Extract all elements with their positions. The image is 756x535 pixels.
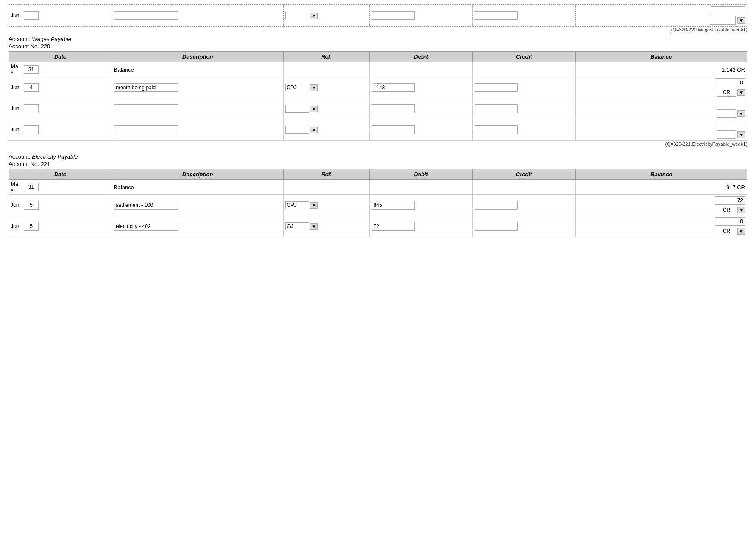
wages-balance-cr-1[interactable] xyxy=(717,88,736,97)
wages-payable-section: Account: Wages Payable Account No. 220 D… xyxy=(9,36,747,147)
wages-credit-input-1[interactable] xyxy=(475,83,518,92)
wages-row-1: Jun ▼ xyxy=(9,77,747,98)
wages-credit-input-3[interactable] xyxy=(475,125,518,134)
elec-balance-num-1[interactable] xyxy=(715,196,745,205)
elec-date-2: Jun xyxy=(9,216,112,237)
elec-col-ref: Ref. xyxy=(284,169,369,180)
elec-month-0: May xyxy=(11,181,23,193)
wages-balance-1: ▼ xyxy=(575,77,747,98)
top-partial-table: Jun ▼ xyxy=(9,4,747,27)
elec-balance-cr-2[interactable] xyxy=(717,227,736,235)
wages-day-1[interactable] xyxy=(24,83,39,92)
top-balance-input[interactable] xyxy=(711,6,745,15)
wages-ledger-table: Date Description Ref. Debit Credit Balan… xyxy=(9,51,747,141)
wages-balance-cr-3[interactable] xyxy=(717,130,736,139)
wages-desc-input-2[interactable] xyxy=(114,104,178,113)
top-balance-dropdown[interactable]: ▼ xyxy=(737,17,745,24)
elec-account-label: Account: Electricity Payable xyxy=(9,153,747,160)
wages-ref-dropdown-1[interactable]: ▼ xyxy=(310,84,318,91)
wages-debit-0 xyxy=(369,62,472,77)
wages-ref-dropdown-3[interactable]: ▼ xyxy=(310,127,318,133)
wages-day-3[interactable] xyxy=(24,125,39,134)
wages-debit-1 xyxy=(369,77,472,98)
elec-ref-input-1[interactable] xyxy=(285,201,309,209)
elec-balance-cr-1[interactable] xyxy=(717,206,736,214)
elec-ref-input-2[interactable] xyxy=(285,222,309,230)
wages-balance-num-1[interactable] xyxy=(715,78,745,87)
elec-day-2[interactable] xyxy=(24,222,39,231)
wages-ref-2: ▼ xyxy=(284,98,369,119)
wages-col-balance: Balance xyxy=(575,52,747,62)
elec-debit-input-1[interactable] xyxy=(372,201,415,210)
wages-row-0: May Balance 1,143 CR xyxy=(9,62,747,77)
elec-balance-num-2[interactable] xyxy=(715,217,745,226)
wages-balance-dropdown-2[interactable]: ▼ xyxy=(737,110,745,117)
elec-ref-dropdown-1[interactable]: ▼ xyxy=(310,202,318,209)
wages-date-1: Jun xyxy=(9,77,112,98)
elec-credit-0 xyxy=(472,180,575,195)
elec-account-no: Account No. 221 xyxy=(9,161,747,167)
top-ref-cell: ▼ xyxy=(284,5,369,27)
wages-ref-input-1[interactable] xyxy=(285,84,309,91)
wages-balance-cr-2[interactable] xyxy=(717,109,736,118)
wages-account-no: Account No. 220 xyxy=(9,43,747,50)
wages-ref-dropdown-2[interactable]: ▼ xyxy=(310,106,318,112)
wages-day-2[interactable] xyxy=(24,104,39,113)
wages-balance-2: ▼ xyxy=(575,98,747,119)
elec-credit-2 xyxy=(472,216,575,237)
elec-debit-0 xyxy=(369,180,472,195)
top-desc-cell xyxy=(112,5,284,27)
elec-ref-1: ▼ xyxy=(284,195,369,216)
wages-debit-input-3[interactable] xyxy=(372,125,415,134)
elec-ref-2: ▼ xyxy=(284,216,369,237)
wages-balance-num-2[interactable] xyxy=(715,100,745,108)
elec-credit-input-2[interactable] xyxy=(475,222,518,231)
wages-desc-3 xyxy=(112,119,284,141)
elec-balance-dropdown-1[interactable]: ▼ xyxy=(737,207,745,213)
top-debit-input[interactable] xyxy=(372,11,415,20)
wages-col-debit: Debit xyxy=(369,52,472,62)
elec-date-0: May xyxy=(9,180,112,195)
wages-balance-num-3[interactable] xyxy=(715,121,745,129)
wages-ref-3: ▼ xyxy=(284,119,369,141)
wages-desc-2 xyxy=(112,98,284,119)
elec-balance-dropdown-2[interactable]: ▼ xyxy=(737,228,745,235)
wages-balance-dropdown-1[interactable]: ▼ xyxy=(737,89,745,96)
elec-desc-input-2[interactable] xyxy=(114,222,178,231)
wages-ref-0 xyxy=(284,62,369,77)
elec-month-2: Jun xyxy=(11,223,23,229)
top-credit-input[interactable] xyxy=(475,11,518,20)
elec-col-credit: Credit xyxy=(472,169,575,180)
wages-debit-input-2[interactable] xyxy=(372,104,415,113)
elec-day-0[interactable] xyxy=(24,183,39,191)
wages-col-date: Date xyxy=(9,52,112,62)
wages-month-0: May xyxy=(11,63,23,75)
wages-month-1: Jun xyxy=(11,84,23,91)
top-day-input[interactable] xyxy=(24,11,39,20)
top-desc-input[interactable] xyxy=(114,11,178,20)
top-ref-input[interactable] xyxy=(285,12,309,19)
elec-credit-input-1[interactable] xyxy=(475,201,518,210)
wages-desc-input-1[interactable] xyxy=(114,83,178,92)
wages-day-0[interactable] xyxy=(24,65,39,74)
wages-debit-2 xyxy=(369,98,472,119)
wages-desc-1 xyxy=(112,77,284,98)
wages-debit-input-1[interactable] xyxy=(372,83,415,92)
wages-balance-3: ▼ xyxy=(575,119,747,141)
elec-desc-0: Balance xyxy=(112,180,284,195)
top-date-cell: Jun xyxy=(9,5,112,27)
wages-balance-dropdown-3[interactable]: ▼ xyxy=(737,131,745,138)
top-ref-dropdown[interactable]: ▼ xyxy=(310,13,318,19)
wages-desc-input-3[interactable] xyxy=(114,125,178,134)
elec-day-1[interactable] xyxy=(24,201,39,210)
elec-debit-input-2[interactable] xyxy=(372,222,415,231)
elec-desc-input-1[interactable] xyxy=(114,201,178,210)
wages-credit-input-2[interactable] xyxy=(475,104,518,113)
top-balance-input2[interactable] xyxy=(710,16,736,25)
wages-ref-input-3[interactable] xyxy=(285,126,309,134)
wages-header-row: Date Description Ref. Debit Credit Balan… xyxy=(9,52,747,62)
wages-account-label: Account: Wages Payable xyxy=(9,36,747,42)
top-credit-cell xyxy=(472,5,575,27)
elec-ref-dropdown-2[interactable]: ▼ xyxy=(310,223,318,230)
wages-ref-input-2[interactable] xyxy=(285,105,309,113)
